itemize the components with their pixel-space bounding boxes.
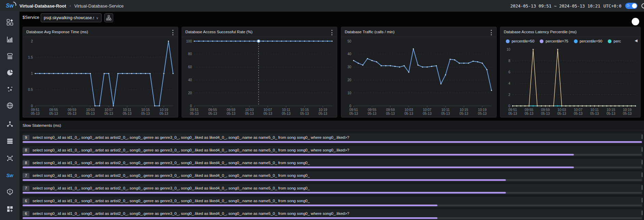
chart-panel-3: Database Traffic (calls / min)0102030405… [341,27,497,118]
alarm-icon [6,188,13,195]
svg-text:1: 1 [31,72,33,75]
svg-text:05-13: 05-13 [190,112,199,115]
sidebar-item-scatter-plot[interactable] [0,83,19,95]
row-scrollbar[interactable] [642,210,643,215]
slow-statement-row[interactable]: 8 select song0_.id as id1_0_, song0_.art… [23,159,643,169]
legend-item[interactable]: percentile=75 [540,39,568,43]
legend-item[interactable]: perc [608,39,621,43]
row-scrollbar[interactable] [642,134,643,139]
refresh-icon[interactable] [641,2,644,9]
svg-text:09:59: 09:59 [227,108,235,112]
svg-text:05-13: 05-13 [404,112,413,115]
latency-bar-fill [23,154,574,156]
row-scrollbar[interactable] [642,172,643,177]
chart-canvas[interactable]: 00.511.5209:5105-1309:5505-1309:5905-131… [23,37,178,118]
breadcrumb-root[interactable]: Virtual-Database-Root [19,3,66,9]
row-scrollbar[interactable] [642,185,643,190]
svg-text:2: 2 [31,39,33,43]
svg-text:05-13: 05-13 [123,112,132,115]
row-scrollbar[interactable] [642,147,643,152]
svg-text:09:51: 09:51 [190,108,198,112]
svg-text:09:59: 09:59 [386,108,395,112]
svg-text:10:03: 10:03 [245,108,254,112]
svg-text:0: 0 [349,104,351,108]
topology-icon [6,121,13,127]
row-scrollbar[interactable] [642,160,643,164]
floating-button[interactable] [632,18,639,25]
sidebar: Sw [0,12,19,220]
svg-text:09:51: 09:51 [31,108,39,112]
latency-bar-track [23,154,642,156]
slow-statements-section: Slow Statements (ms) 9 select song0_.id … [19,121,644,220]
svg-text:20: 20 [347,78,352,82]
svg-text:10:19: 10:19 [478,108,487,112]
slow-statement-row[interactable]: 7 select song0_.id as id1_0_, song0_.art… [23,184,643,195]
svg-text:50: 50 [347,39,352,43]
sidebar-item-topology[interactable] [0,118,19,130]
row-scrollbar[interactable] [642,198,643,203]
svg-text:40: 40 [188,78,192,82]
auto-refresh-toggle[interactable]: ◷ [625,3,638,9]
chart-canvas[interactable]: 024681009:5105-1309:5505-1309:5905-1310:… [500,45,640,118]
slow-statement-row[interactable]: 6 select song0_.id as id1_0_, song0_.art… [23,197,643,207]
service-select-value: psql.skywalking-showcase.svc. [44,15,94,20]
sql-statement-text: select song0_.id as id1_0_, song0_.artis… [32,135,349,139]
sidebar-item-globe[interactable] [0,100,19,111]
latency-bar-track [23,217,642,219]
sidebar-item-pie-chart[interactable] [0,67,19,78]
svg-text:10:11: 10:11 [282,108,291,112]
kebab-menu-icon[interactable] [170,29,175,36]
slow-statement-row[interactable]: 7 select song0_.id as id1_0_, song0_.art… [23,171,643,182]
svg-text:05-13: 05-13 [68,112,77,115]
service-label: $Service [23,15,39,20]
svg-text:05-13: 05-13 [159,112,168,115]
svg-text:10:19: 10:19 [623,108,632,112]
latency-bar-track [23,205,642,206]
sidebar-item-add-widget[interactable] [0,203,19,215]
svg-text:09:55: 09:55 [49,108,58,112]
skywalking-logo-icon[interactable]: Sw [0,3,19,9]
svg-text:05-13: 05-13 [104,112,113,115]
svg-text:05-13: 05-13 [590,112,599,115]
svg-text:05-13: 05-13 [208,112,217,115]
chart-panel-4: Database Access Latency Percentile (ms)p… [500,27,641,118]
svg-text:10:15: 10:15 [460,108,468,112]
breadcrumb-current[interactable]: Virtual-Database-Service [74,3,123,9]
sidebar-item-skywalking[interactable]: Sw [0,170,19,181]
sidebar-item-database[interactable] [0,50,19,62]
sidebar-item-list[interactable] [0,135,19,147]
svg-text:1.5: 1.5 [28,56,33,59]
topbar-right: 2024-05-13 09:51 ~ 2024-05-13 10:21 UTC+… [510,2,644,9]
sql-statement-text: select song0_.id as id1_0_, song0_.artis… [32,161,310,165]
svg-text:05-13: 05-13 [86,112,95,115]
sidebar-item-dashboard[interactable] [0,16,19,28]
svg-text:80: 80 [188,52,192,56]
sidebar-item-alarm[interactable] [0,186,19,198]
service-mesh-icon [6,155,13,162]
svg-text:2: 2 [508,93,510,97]
legend-label: percentile=90 [580,39,602,43]
svg-text:10:07: 10:07 [574,108,582,112]
service-topology-button[interactable] [104,13,113,22]
svg-text:05-13: 05-13 [227,112,236,115]
slow-statement-row[interactable]: 9 select song0_.id as id1_0_, song0_.art… [23,133,643,144]
chart-canvas[interactable]: 0102030405009:5105-1309:5505-1309:5905-1… [341,37,496,118]
service-select[interactable]: psql.skywalking-showcase.svc. ∨ [41,13,102,22]
sidebar-item-bar-chart[interactable] [0,34,19,45]
legend-item[interactable]: percentile=90 [574,39,602,43]
legend-item[interactable]: percentile=50 [506,39,534,43]
list-icon [6,138,13,145]
slow-statement-row[interactable]: 8 select song0_.id as id1_0_, song0_.art… [23,146,643,157]
legend-scroll-left-icon[interactable]: ◀ [635,38,638,43]
svg-text:0: 0 [190,104,192,108]
slow-statement-row[interactable]: 6 select song0_.id as id1_0_, song0_.art… [23,209,643,220]
svg-text:05-13: 05-13 [478,112,487,115]
svg-text:05-13: 05-13 [368,112,377,115]
svg-text:10:19: 10:19 [319,108,327,112]
time-range-picker[interactable]: 2024-05-13 09:51 ~ 2024-05-13 10:21 [510,3,600,9]
sidebar-item-service-mesh[interactable] [0,152,19,164]
latency-bar-fill [23,167,574,168]
kebab-menu-icon[interactable] [329,29,334,36]
kebab-menu-icon[interactable] [489,29,494,36]
chart-canvas[interactable]: 02040608010009:5105-1309:5505-1309:5905-… [182,37,337,118]
